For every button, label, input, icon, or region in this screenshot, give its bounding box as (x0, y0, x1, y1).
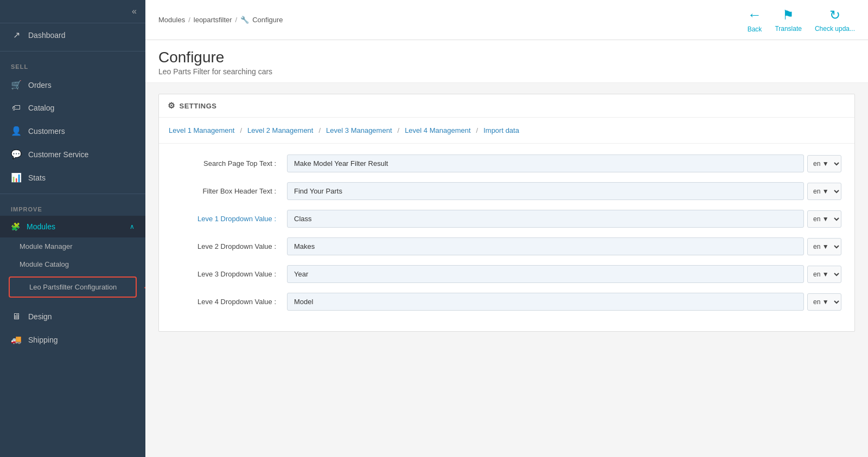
content-area: ⚙ SETTINGS Level 1 Management / Level 2 … (145, 83, 868, 457)
sidebar-item-stats[interactable]: 📊 Stats (0, 166, 145, 189)
settings-header: ⚙ SETTINGS (159, 94, 854, 118)
top-bar: Modules / leopartsfilter / 🔧 Configure ←… (145, 0, 868, 40)
filter-box-header-text-label: Filter Box Header Text : (172, 187, 280, 195)
orders-icon: 🛒 (11, 80, 22, 90)
tab-sep-1: / (240, 126, 242, 134)
sidebar-item-label: Shipping (28, 336, 58, 344)
modules-icon: 🧩 (11, 222, 20, 231)
back-icon: ← (748, 7, 762, 23)
back-label: Back (748, 25, 762, 33)
sidebar: « ↗ Dashboard SELL 🛒 Orders 🏷 Catalog 👤 … (0, 0, 145, 457)
customers-icon: 👤 (11, 126, 22, 136)
sidebar-item-dashboard[interactable]: ↗ Dashboard (0, 23, 145, 47)
form-row-leve2-dropdown: Leve 2 Dropdown Value : en ▼ (172, 237, 841, 255)
search-page-top-text-lang-select[interactable]: en ▼ (807, 155, 841, 172)
wrench-icon: 🔧 (240, 16, 249, 24)
leve1-dropdown-input[interactable] (287, 210, 804, 228)
sidebar-sub-item-label: Module Manager (20, 242, 73, 250)
customer-service-icon: 💬 (11, 149, 22, 159)
check-update-label: Check upda... (815, 25, 855, 33)
leve2-dropdown-input[interactable] (287, 237, 804, 255)
tab-level3-management[interactable]: Level 3 Management (325, 124, 393, 137)
tab-sep-2: / (318, 126, 321, 134)
sidebar-item-customer-service[interactable]: 💬 Customer Service (0, 143, 145, 166)
sidebar-item-label: Design (28, 312, 52, 321)
sidebar-section-improve: IMPROVE (0, 198, 145, 216)
form-row-filter-box-header-text: Filter Box Header Text : en ▼ (172, 182, 841, 200)
translate-label: Translate (775, 25, 802, 33)
sidebar-item-modules-label: Modules (27, 222, 55, 231)
filter-box-header-text-input[interactable] (287, 182, 804, 200)
translate-icon: ⚑ (782, 8, 794, 23)
breadcrumb-modules[interactable]: Modules (158, 16, 185, 24)
page-subtitle: Leo Parts Filter for searching cars (158, 67, 855, 76)
sidebar-item-shipping[interactable]: 🚚 Shipping (0, 328, 145, 351)
page-title: Configure (158, 49, 855, 66)
sidebar-item-modules[interactable]: 🧩 Modules ∧ (0, 216, 145, 237)
tab-import-data[interactable]: Import data (482, 124, 520, 137)
top-actions: ← Back ⚑ Translate ↻ Check upda... (748, 7, 855, 33)
sidebar-divider-sell (0, 51, 145, 52)
translate-button[interactable]: ⚑ Translate (775, 8, 802, 33)
filter-box-header-text-lang-select[interactable]: en ▼ (807, 183, 841, 200)
shipping-icon: 🚚 (11, 334, 22, 345)
sidebar-item-label: Customer Service (28, 150, 88, 159)
leve3-dropdown-label: Leve 3 Dropdown Value : (172, 270, 280, 278)
leve1-dropdown-lang-select[interactable]: en ▼ (807, 210, 841, 228)
sidebar-sub-item-label: Module Catalog (20, 260, 69, 268)
catalog-icon: 🏷 (11, 103, 22, 113)
form-section: Search Page Top Text : en ▼ Filter Box H… (159, 144, 854, 331)
leve3-dropdown-lang-select[interactable]: en ▼ (807, 266, 841, 283)
sidebar-item-customers[interactable]: 👤 Customers (0, 119, 145, 143)
check-update-button[interactable]: ↻ Check upda... (815, 8, 855, 33)
sidebar-item-catalog[interactable]: 🏷 Catalog (0, 96, 145, 119)
breadcrumb-leopartsfilter[interactable]: leopartsfilter (194, 16, 232, 24)
sidebar-item-label: Orders (28, 81, 52, 89)
check-update-icon: ↻ (829, 8, 840, 23)
form-row-search-page-top-text: Search Page Top Text : en ▼ (172, 155, 841, 172)
sidebar-item-label: Dashboard (28, 31, 66, 40)
search-page-top-text-input-group: en ▼ (287, 155, 841, 172)
tab-sep-4: / (476, 126, 478, 134)
tab-level2-management[interactable]: Level 2 Management (246, 124, 314, 137)
sidebar-item-label: Catalog (28, 104, 54, 112)
sidebar-divider-improve (0, 194, 145, 194)
leve4-dropdown-input-group: en ▼ (287, 293, 841, 311)
sidebar-sub-item-module-manager[interactable]: Module Manager (0, 237, 145, 255)
leve1-dropdown-input-group: en ▼ (287, 210, 841, 228)
leve4-dropdown-label: Leve 4 Dropdown Value : (172, 298, 280, 306)
sidebar-section-sell: SELL (0, 56, 145, 73)
settings-header-label: SETTINGS (180, 102, 217, 110)
leve2-dropdown-input-group: en ▼ (287, 237, 841, 255)
breadcrumb-current: Configure (252, 16, 283, 24)
leve4-dropdown-lang-select[interactable]: en ▼ (807, 293, 841, 311)
sidebar-item-design[interactable]: 🖥 Design (0, 305, 145, 328)
sidebar-sub-item-label: Leo Partsfilter Configuration (29, 283, 117, 291)
form-row-leve4-dropdown: Leve 4 Dropdown Value : en ▼ (172, 293, 841, 311)
sidebar-item-label: Customers (28, 127, 65, 136)
leve3-dropdown-input[interactable] (287, 265, 804, 283)
search-page-top-text-input[interactable] (287, 155, 804, 172)
tab-level1-management[interactable]: Level 1 Management (168, 124, 235, 137)
filter-box-header-text-input-group: en ▼ (287, 182, 841, 200)
sidebar-collapse-button[interactable]: « (132, 7, 137, 16)
breadcrumb-sep-2: / (235, 16, 238, 24)
design-icon: 🖥 (11, 312, 22, 321)
sidebar-item-orders[interactable]: 🛒 Orders (0, 73, 145, 96)
settings-tabs: Level 1 Management / Level 2 Management … (159, 118, 854, 144)
form-row-leve3-dropdown: Leve 3 Dropdown Value : en ▼ (172, 265, 841, 283)
settings-panel: ⚙ SETTINGS Level 1 Management / Level 2 … (158, 94, 855, 332)
leve4-dropdown-input[interactable] (287, 293, 804, 311)
sidebar-sub-item-leo-partsfilter[interactable]: Leo Partsfilter Configuration (9, 276, 137, 298)
leve1-dropdown-label: Leve 1 Dropdown Value : (172, 215, 280, 223)
back-button[interactable]: ← Back (748, 7, 762, 33)
red-arrow-icon: ← (141, 279, 145, 296)
tab-level4-management[interactable]: Level 4 Management (404, 124, 471, 137)
leve2-dropdown-lang-select[interactable]: en ▼ (807, 238, 841, 255)
gear-icon: ⚙ (168, 101, 175, 111)
sidebar-sub-item-module-catalog[interactable]: Module Catalog (0, 255, 145, 273)
chevron-up-icon: ∧ (130, 223, 135, 230)
sidebar-item-label: Stats (28, 173, 46, 182)
sidebar-header: « (0, 0, 145, 23)
breadcrumb: Modules / leopartsfilter / 🔧 Configure (158, 16, 283, 24)
